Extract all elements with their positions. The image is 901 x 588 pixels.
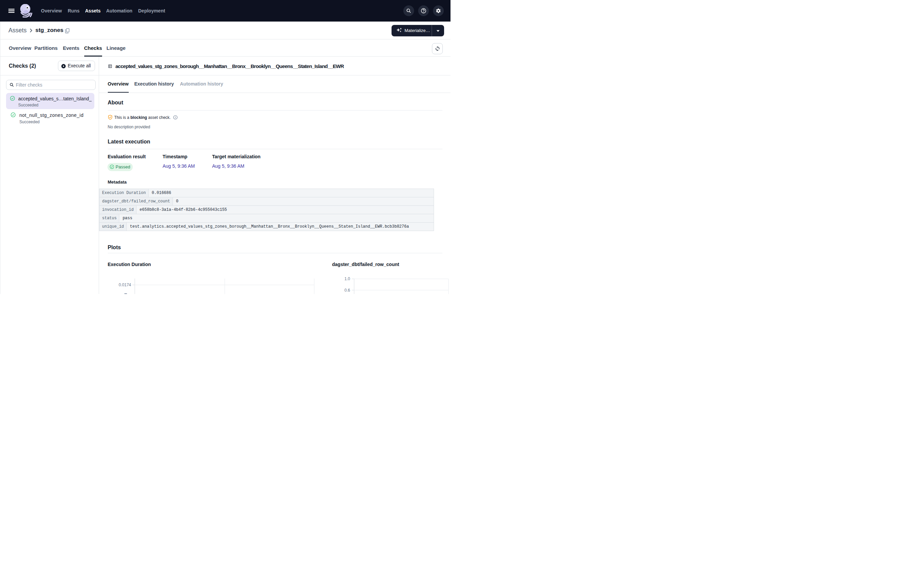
svg-text:1.0: 1.0 xyxy=(344,277,350,281)
svg-text:0.0174: 0.0174 xyxy=(118,283,131,287)
svg-text:0.6: 0.6 xyxy=(344,288,350,292)
